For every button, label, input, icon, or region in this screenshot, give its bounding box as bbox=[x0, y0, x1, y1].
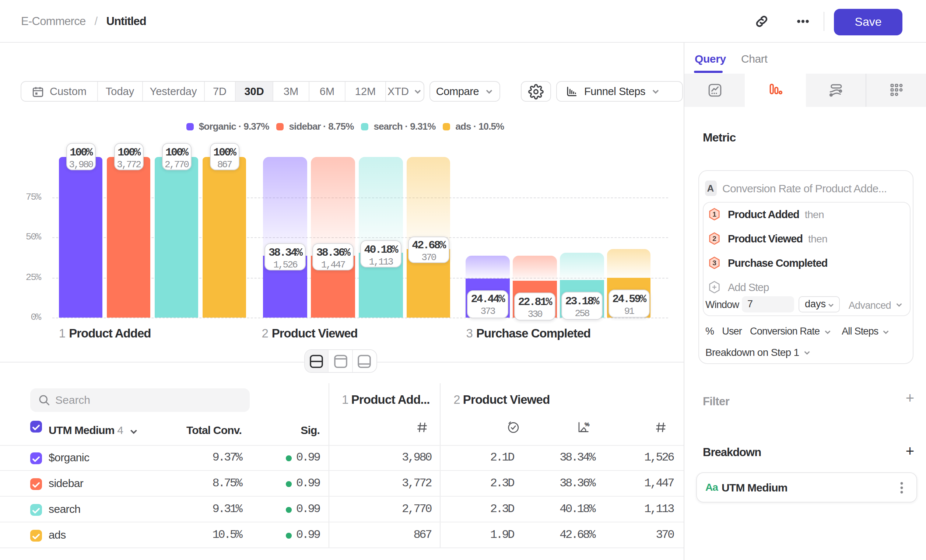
svg-text:3: 3 bbox=[712, 259, 716, 267]
svg-text:1: 1 bbox=[712, 210, 716, 218]
svg-text:%: % bbox=[584, 421, 589, 427]
svg-text:2: 2 bbox=[712, 235, 716, 242]
